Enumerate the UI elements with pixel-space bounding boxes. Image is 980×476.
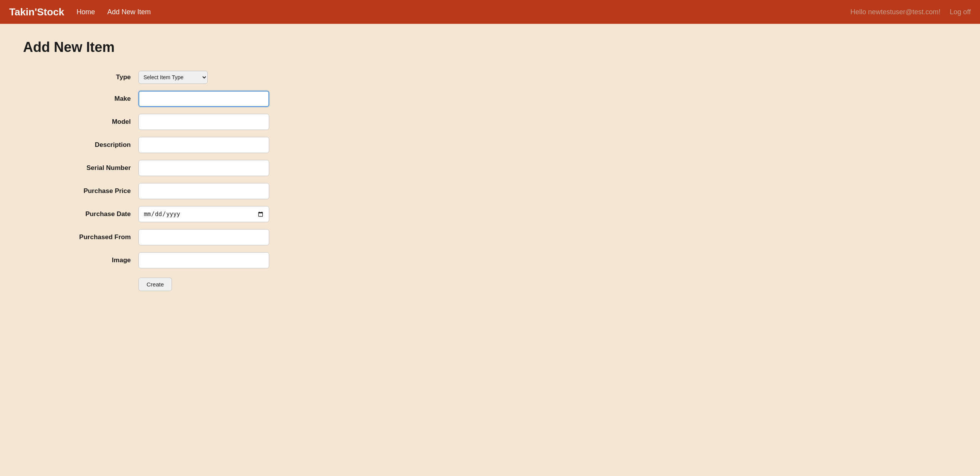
make-input[interactable] — [138, 91, 269, 107]
create-button[interactable]: Create — [138, 278, 172, 291]
make-row: Make — [23, 91, 957, 107]
description-row: Description — [23, 137, 957, 153]
purchase-price-row: Purchase Price — [23, 183, 957, 199]
add-new-item-link[interactable]: Add New Item — [107, 8, 151, 16]
navbar: Takin'Stock Home Add New Item Hello newt… — [0, 0, 980, 24]
navbar-left: Takin'Stock Home Add New Item — [9, 6, 151, 18]
model-label: Model — [23, 118, 138, 126]
purchase-date-row: Purchase Date — [23, 206, 957, 222]
type-label: Type — [23, 73, 138, 81]
create-button-row: Create — [23, 278, 957, 291]
make-label: Make — [23, 95, 138, 103]
home-link[interactable]: Home — [77, 8, 95, 16]
purchase-date-input[interactable] — [138, 206, 269, 222]
type-row: Type Select Item Type — [23, 71, 957, 84]
greeting-text: Hello newtestuser@test.com! — [850, 8, 940, 16]
model-input[interactable] — [138, 114, 269, 130]
purchased-from-input[interactable] — [138, 229, 269, 245]
type-select[interactable]: Select Item Type — [138, 71, 208, 84]
description-input[interactable] — [138, 137, 269, 153]
purchase-price-input[interactable] — [138, 183, 269, 199]
image-row: Image — [23, 252, 957, 268]
brand-link[interactable]: Takin'Stock — [9, 6, 64, 18]
description-label: Description — [23, 141, 138, 149]
page-title: Add New Item — [23, 39, 957, 55]
serial-number-input[interactable] — [138, 160, 269, 176]
add-item-form: Type Select Item Type Make Model Descrip… — [23, 71, 957, 291]
page-content: Add New Item Type Select Item Type Make … — [0, 24, 980, 306]
model-row: Model — [23, 114, 957, 130]
purchase-price-label: Purchase Price — [23, 187, 138, 195]
navbar-right: Hello newtestuser@test.com! Log off — [850, 8, 971, 16]
image-label: Image — [23, 256, 138, 264]
image-input[interactable] — [138, 252, 269, 268]
purchased-from-label: Purchased From — [23, 233, 138, 241]
serial-number-row: Serial Number — [23, 160, 957, 176]
purchased-from-row: Purchased From — [23, 229, 957, 245]
logoff-link[interactable]: Log off — [950, 8, 971, 16]
serial-number-label: Serial Number — [23, 164, 138, 172]
purchase-date-label: Purchase Date — [23, 210, 138, 218]
